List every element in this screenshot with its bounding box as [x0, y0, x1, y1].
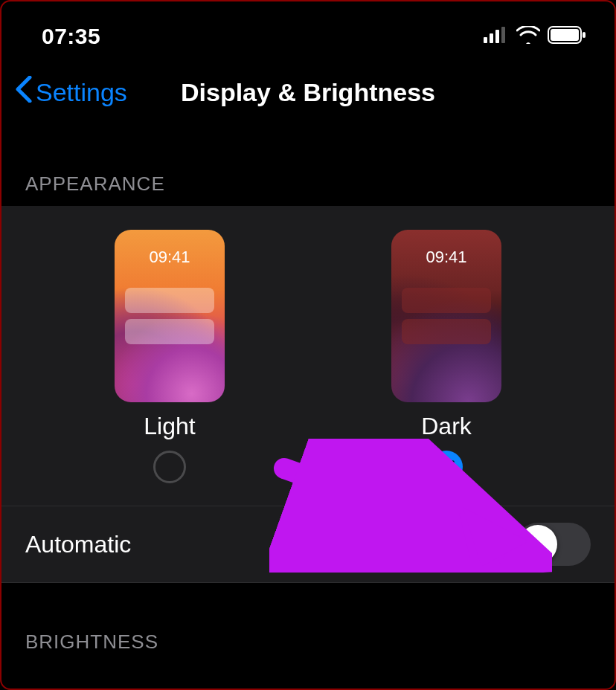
svg-rect-6	[583, 32, 585, 38]
status-time: 07:35	[42, 24, 100, 49]
preview-widgets	[125, 288, 214, 344]
automatic-label: Automatic	[25, 531, 131, 558]
preview-widget	[402, 319, 491, 344]
radio-unchecked-icon[interactable]	[153, 451, 186, 483]
chevron-left-icon	[15, 76, 33, 109]
preview-time: 09:41	[391, 248, 501, 267]
preview-widget	[125, 288, 214, 313]
appearance-label-dark: Dark	[421, 413, 472, 440]
svg-rect-1	[490, 33, 493, 43]
radio-checked-icon[interactable]	[430, 451, 463, 483]
status-indicators	[484, 26, 586, 47]
appearance-preview-light: 09:41	[115, 230, 225, 402]
automatic-toggle[interactable]	[516, 523, 591, 566]
svg-rect-5	[551, 29, 579, 41]
preview-widgets	[402, 288, 491, 344]
toggle-knob	[519, 525, 557, 564]
status-bar: 07:35	[1, 1, 615, 59]
automatic-row: Automatic	[1, 506, 615, 583]
preview-widget	[402, 288, 491, 313]
battery-icon	[548, 26, 586, 47]
section-spacer	[1, 125, 615, 172]
nav-bar: Settings Display & Brightness	[1, 59, 615, 125]
appearance-option-light[interactable]: 09:41 Light	[73, 230, 266, 483]
section-spacer	[1, 583, 615, 631]
cellular-icon	[484, 27, 509, 46]
appearance-preview-dark: 09:41	[391, 230, 501, 402]
appearance-header: APPEARANCE	[1, 172, 615, 206]
svg-rect-0	[484, 37, 487, 43]
appearance-option-dark[interactable]: 09:41 Dark	[350, 230, 543, 483]
back-button[interactable]: Settings	[15, 76, 127, 109]
preview-time: 09:41	[115, 248, 225, 267]
svg-rect-3	[501, 27, 505, 43]
appearance-panel: 09:41 Light 09:41 Dark	[1, 206, 615, 506]
checkmark-icon	[437, 457, 456, 477]
svg-rect-2	[495, 30, 499, 43]
back-label: Settings	[36, 78, 127, 107]
appearance-label-light: Light	[144, 413, 195, 440]
preview-widget	[125, 319, 214, 344]
wifi-icon	[516, 26, 540, 47]
brightness-header: BRIGHTNESS	[1, 631, 615, 657]
